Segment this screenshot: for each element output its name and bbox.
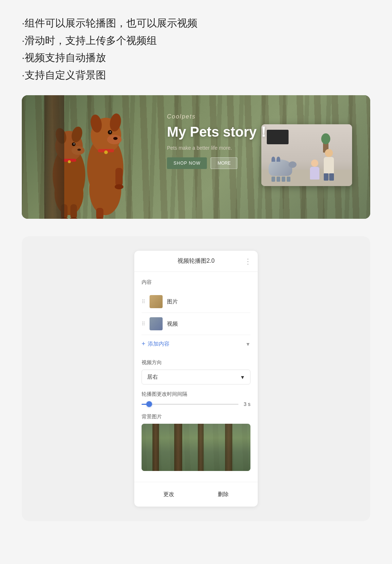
bg-image-section: 背景图片 xyxy=(142,414,250,471)
svg-rect-27 xyxy=(115,168,123,186)
tree-trunk-left xyxy=(44,95,64,219)
hero-banner: Coolpets My Pets story！ Pets make a bett… xyxy=(22,95,370,219)
add-content-row[interactable]: + 添加内容 ▼ xyxy=(142,335,250,353)
hero-subtitle: Pets make a better life more. xyxy=(167,145,270,151)
slider-track[interactable] xyxy=(142,404,238,405)
image-thumb-preview xyxy=(150,295,163,308)
svg-point-28 xyxy=(115,184,123,189)
desc-line-2: ·滑动时，支持上传多个视频组 xyxy=(22,32,370,49)
desc-line-1: ·组件可以展示轮播图，也可以展示视频 xyxy=(22,15,370,32)
hero-title: My Pets story！ xyxy=(167,123,270,141)
svg-point-15 xyxy=(70,217,78,219)
select-arrow-icon: ▼ xyxy=(240,374,245,380)
slider-row: 3 s xyxy=(142,401,250,407)
slider-section: 轮播图更改时间间隔 3 s xyxy=(142,391,250,407)
slider-label: 轮播图更改时间间隔 xyxy=(142,391,250,398)
bg-tree-4 xyxy=(225,424,232,471)
desc-line-4: ·支持自定义背景图 xyxy=(22,67,370,84)
hero-buttons: SHOP NOW MORE xyxy=(167,157,270,169)
video-thumb-preview xyxy=(150,317,163,330)
video-direction-label: 视频方向 xyxy=(142,359,250,366)
mini-video-bg xyxy=(261,124,352,186)
svg-rect-0 xyxy=(22,110,152,219)
slider-value: 3 s xyxy=(244,401,250,407)
plant-shape xyxy=(321,132,330,152)
panel-header: 视频轮播图2.0 ⋮ xyxy=(134,251,258,272)
husky-dog xyxy=(269,160,292,182)
image-item-label: 图片 xyxy=(167,298,178,305)
bg-tree-2 xyxy=(174,424,182,471)
slider-thumb[interactable] xyxy=(146,401,152,407)
hero-brand: Coolpets xyxy=(167,113,270,120)
bg-image-label: 背景图片 xyxy=(142,414,250,420)
desc-line-3: ·视频支持自动播放 xyxy=(22,49,370,67)
list-item: ⠿ 视频 xyxy=(142,313,250,335)
svg-point-6 xyxy=(77,149,81,151)
panel-body: 内容 ⠿ 图片 ⠿ 视频 + 添加内容 ▼ xyxy=(134,272,258,478)
settings-wrapper: 视频轮播图2.0 ⋮ 内容 ⠿ 图片 ⠿ 视频 xyxy=(22,236,370,521)
drag-handle-icon[interactable]: ⠿ xyxy=(142,299,145,305)
svg-point-21 xyxy=(113,137,118,140)
settings-panel: 视频轮播图2.0 ⋮ 内容 ⠿ 图片 ⠿ 视频 xyxy=(134,251,258,507)
video-direction-value: 居右 xyxy=(147,374,158,380)
update-button[interactable]: 更改 xyxy=(156,490,181,499)
panel-more-button[interactable]: ⋮ xyxy=(244,257,252,266)
bg-image-thumbnail xyxy=(142,424,250,471)
panel-title: 视频轮播图2.0 xyxy=(177,257,215,265)
bg-tree-1 xyxy=(152,424,159,471)
content-section-label: 内容 xyxy=(142,279,250,286)
drag-handle-icon[interactable]: ⠿ xyxy=(142,321,145,327)
hero-content: Coolpets My Pets story！ Pets make a bett… xyxy=(167,113,270,176)
video-thumbnail xyxy=(150,317,163,330)
shop-now-button[interactable]: SHOP NOW xyxy=(167,157,207,169)
dogs-illustration xyxy=(22,110,152,219)
image-thumbnail xyxy=(150,295,163,308)
video-item-label: 视频 xyxy=(167,321,178,327)
delete-button[interactable]: 删除 xyxy=(211,490,236,499)
more-button[interactable]: MORE xyxy=(211,157,237,169)
add-content-label: 添加内容 xyxy=(148,341,170,347)
person-man xyxy=(324,149,334,181)
description-block: ·组件可以展示轮播图，也可以展示视频 ·滑动时，支持上传多个视频组 ·视频支持自… xyxy=(22,15,370,84)
svg-rect-29 xyxy=(96,208,103,219)
video-direction-field: 视频方向 居右 ▼ xyxy=(142,359,250,384)
svg-point-8 xyxy=(73,143,75,145)
action-row: 更改 删除 xyxy=(134,482,258,507)
svg-rect-13 xyxy=(70,204,77,219)
svg-point-23 xyxy=(110,131,111,133)
svg-point-25 xyxy=(104,150,108,154)
person-woman xyxy=(310,160,319,180)
add-icon: + xyxy=(142,340,146,348)
mini-video-card xyxy=(261,124,352,186)
svg-point-10 xyxy=(68,160,71,163)
video-direction-select[interactable]: 居右 ▼ xyxy=(142,370,250,384)
list-item: ⠿ 图片 xyxy=(142,291,250,313)
bg-tree-3 xyxy=(198,424,204,471)
chevron-down-icon: ▼ xyxy=(245,341,250,347)
